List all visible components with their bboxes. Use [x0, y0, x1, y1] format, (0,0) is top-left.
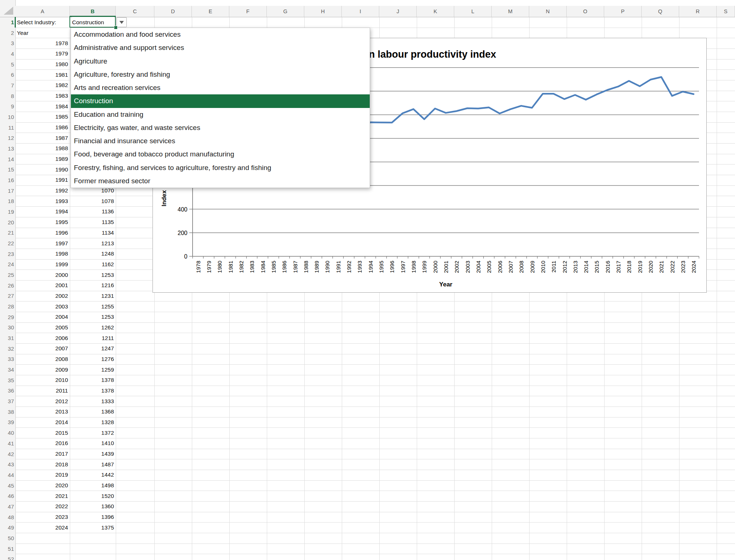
- row-header-45[interactable]: 45: [0, 480, 14, 491]
- cell-index-value[interactable]: 1231: [72, 291, 114, 301]
- row-header-4[interactable]: 4: [0, 48, 14, 59]
- cell-year[interactable]: 2014: [17, 417, 68, 428]
- row-header-8[interactable]: 8: [0, 91, 14, 101]
- cell-year[interactable]: 2008: [17, 354, 68, 365]
- row-header-18[interactable]: 18: [0, 196, 14, 206]
- cell-year[interactable]: 2007: [17, 343, 68, 354]
- row-header-28[interactable]: 28: [0, 301, 14, 312]
- cell-index-value[interactable]: 1262: [72, 322, 114, 333]
- row-header-19[interactable]: 19: [0, 206, 14, 217]
- dropdown-item[interactable]: Education and training: [71, 108, 370, 121]
- cell-year[interactable]: 1991: [17, 175, 68, 185]
- column-header-d[interactable]: D: [154, 6, 192, 17]
- column-header-m[interactable]: M: [492, 6, 529, 17]
- cell-index-value[interactable]: 1135: [72, 217, 114, 228]
- cell-index-value[interactable]: 1276: [72, 354, 114, 365]
- dropdown-item[interactable]: Former measured sector: [71, 174, 370, 188]
- cell-index-value[interactable]: 1378: [72, 375, 114, 386]
- cell-year[interactable]: 2002: [17, 291, 68, 301]
- dropdown-item[interactable]: Electricity, gas water, and waste servic…: [71, 121, 370, 134]
- row-header-44[interactable]: 44: [0, 470, 14, 480]
- row-header-7[interactable]: 7: [0, 80, 14, 91]
- cell-index-value[interactable]: 1211: [72, 333, 114, 343]
- cell-year[interactable]: 1990: [17, 164, 68, 175]
- row-header-12[interactable]: 12: [0, 133, 14, 143]
- cell-year[interactable]: 2009: [17, 364, 68, 375]
- cell-index-value[interactable]: 1375: [72, 522, 114, 533]
- cell-index-value[interactable]: 1360: [72, 501, 114, 512]
- cell-year[interactable]: 2006: [17, 333, 68, 343]
- cell-index-value[interactable]: 1520: [72, 491, 114, 501]
- cell-year[interactable]: 1999: [17, 259, 68, 270]
- cell-year[interactable]: 2022: [17, 501, 68, 512]
- cell-year[interactable]: 1981: [17, 69, 68, 80]
- cell-year[interactable]: 1998: [17, 249, 68, 259]
- column-header-q[interactable]: Q: [642, 6, 679, 17]
- row-header-39[interactable]: 39: [0, 417, 14, 428]
- row-header-43[interactable]: 43: [0, 459, 14, 470]
- cell-index-value[interactable]: 1328: [72, 417, 114, 428]
- row-header-32[interactable]: 32: [0, 343, 14, 354]
- cell-year[interactable]: 2019: [17, 470, 68, 480]
- row-header-30[interactable]: 30: [0, 322, 14, 333]
- cell-year[interactable]: 1983: [17, 91, 68, 101]
- dropdown-arrow-button[interactable]: [116, 17, 127, 27]
- cell-year[interactable]: 2001: [17, 280, 68, 291]
- row-header-26[interactable]: 26: [0, 280, 14, 291]
- row-header-35[interactable]: 35: [0, 375, 14, 386]
- row-header-24[interactable]: 24: [0, 259, 14, 270]
- row-header-9[interactable]: 9: [0, 101, 14, 112]
- cell-year[interactable]: 2004: [17, 312, 68, 322]
- dropdown-item-selected[interactable]: Construction: [71, 94, 370, 108]
- dropdown-item[interactable]: Agriculture: [71, 55, 370, 68]
- cell-year[interactable]: 2005: [17, 322, 68, 333]
- column-header-k[interactable]: K: [417, 6, 454, 17]
- cell-index-value[interactable]: 1078: [72, 196, 114, 206]
- cell-index-value[interactable]: 1248: [72, 249, 114, 259]
- row-header-13[interactable]: 13: [0, 143, 14, 154]
- row-header-50[interactable]: 50: [0, 533, 14, 543]
- cell-index-value[interactable]: 1162: [72, 259, 114, 270]
- row-header-27[interactable]: 27: [0, 291, 14, 301]
- row-header-10[interactable]: 10: [0, 112, 14, 122]
- cell-year[interactable]: 2010: [17, 375, 68, 386]
- cell-index-value[interactable]: 1134: [72, 228, 114, 238]
- column-header-i[interactable]: I: [342, 6, 379, 17]
- cell-year[interactable]: 2016: [17, 438, 68, 449]
- column-header-n[interactable]: N: [529, 6, 567, 17]
- cell-year[interactable]: 1985: [17, 112, 68, 122]
- column-header-p[interactable]: P: [604, 6, 642, 17]
- row-header-20[interactable]: 20: [0, 217, 14, 228]
- cell-year[interactable]: 1993: [17, 196, 68, 206]
- dropdown-item[interactable]: Accommodation and food services: [71, 28, 370, 41]
- dropdown-item[interactable]: Food, beverage and tobacco product manuf…: [71, 148, 370, 161]
- cell-year[interactable]: 1989: [17, 154, 68, 165]
- row-header-22[interactable]: 22: [0, 238, 14, 249]
- column-header-h[interactable]: H: [304, 6, 342, 17]
- cell-year[interactable]: 2012: [17, 396, 68, 407]
- row-header-15[interactable]: 15: [0, 164, 14, 175]
- cell-year[interactable]: 1992: [17, 185, 68, 196]
- cell-index-value[interactable]: 1487: [72, 459, 114, 470]
- cell-index-value[interactable]: 1255: [72, 301, 114, 312]
- cell-a2[interactable]: Year: [17, 28, 68, 38]
- row-header-6[interactable]: 6: [0, 69, 14, 80]
- cell-index-value[interactable]: 1253: [72, 270, 114, 280]
- row-header-25[interactable]: 25: [0, 270, 14, 280]
- row-header-37[interactable]: 37: [0, 396, 14, 407]
- row-header-1[interactable]: 1: [0, 17, 14, 28]
- cell-year[interactable]: 2023: [17, 512, 68, 523]
- cell-index-value[interactable]: 1213: [72, 238, 114, 249]
- cell-index-value[interactable]: 1378: [72, 386, 114, 396]
- cell-year[interactable]: 1994: [17, 206, 68, 217]
- cell-year[interactable]: 1996: [17, 228, 68, 238]
- row-header-31[interactable]: 31: [0, 333, 14, 343]
- cell-index-value[interactable]: 1368: [72, 407, 114, 417]
- row-header-5[interactable]: 5: [0, 59, 14, 70]
- cell-year[interactable]: 1986: [17, 122, 68, 133]
- dropdown-item[interactable]: Financial and insurance services: [71, 134, 370, 148]
- cell-year[interactable]: 2000: [17, 270, 68, 280]
- row-header-52[interactable]: 52: [0, 554, 14, 560]
- cell-index-value[interactable]: 1439: [72, 449, 114, 459]
- cell-year[interactable]: 1980: [17, 59, 68, 70]
